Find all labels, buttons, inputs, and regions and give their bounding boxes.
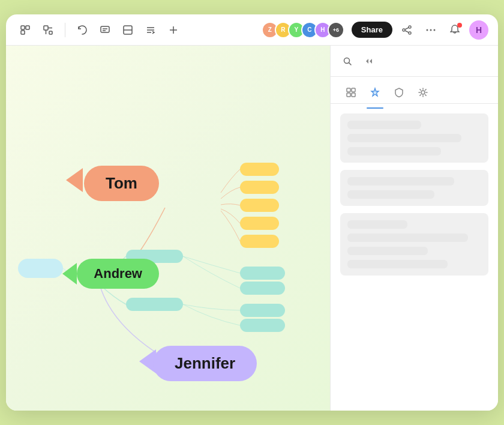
- toolbar-actions-group: [73, 20, 183, 40]
- user-avatar-H[interactable]: H: [469, 20, 488, 40]
- skeleton-line-3: [347, 147, 441, 155]
- svg-rect-28: [352, 88, 355, 92]
- svg-rect-4: [49, 31, 52, 34]
- svg-point-18: [403, 29, 405, 31]
- select-tool-button[interactable]: [38, 20, 58, 40]
- svg-rect-0: [21, 26, 25, 29]
- skeleton-line-4: [347, 177, 454, 185]
- toolbar-divider-1: [65, 23, 65, 37]
- andrew-node[interactable]: Andrew: [77, 259, 159, 289]
- notification-dot: [457, 23, 462, 28]
- andrew-arrow: [62, 263, 77, 285]
- svg-line-20: [405, 28, 409, 29]
- panel-expand-button[interactable]: [362, 54, 376, 68]
- undo-button[interactable]: [73, 20, 92, 40]
- collaborators-avatars: Z R Y C H +6: [262, 22, 344, 38]
- left-node[interactable]: [18, 259, 63, 278]
- skeleton-line-2: [347, 134, 461, 142]
- svg-rect-2: [21, 31, 25, 34]
- right-panel: [330, 46, 498, 411]
- panel-topbar: [331, 46, 498, 77]
- add-button[interactable]: [164, 20, 183, 40]
- notifications-button[interactable]: [445, 20, 464, 40]
- svg-rect-30: [352, 93, 355, 97]
- panel-search-button[interactable]: [338, 52, 357, 71]
- svg-rect-27: [347, 88, 350, 92]
- tab-layout[interactable]: [340, 82, 362, 103]
- tom-branch-4[interactable]: [240, 217, 279, 230]
- panel-content: [331, 104, 498, 411]
- toolbar-right: Z R Y C H +6 Share: [262, 20, 488, 40]
- more-options-button[interactable]: [421, 20, 440, 40]
- tom-arrow: [66, 168, 83, 192]
- svg-rect-1: [26, 26, 29, 29]
- skeleton-line-8: [347, 247, 428, 255]
- tom-branch-1[interactable]: [240, 163, 279, 176]
- svg-line-21: [405, 31, 409, 32]
- svg-point-17: [409, 26, 411, 28]
- panel-tabs: [331, 77, 498, 104]
- svg-line-26: [349, 62, 352, 65]
- teal-branch-5[interactable]: [240, 304, 285, 317]
- teal-branch-3[interactable]: [240, 282, 285, 295]
- teal-branch-4[interactable]: [126, 298, 183, 311]
- svg-point-31: [421, 91, 425, 94]
- panel-block-1: [340, 113, 488, 163]
- teal-branch-2[interactable]: [240, 267, 285, 280]
- list-button[interactable]: [141, 20, 160, 40]
- tom-node[interactable]: Tom: [84, 166, 159, 201]
- tom-branch-3[interactable]: [240, 199, 279, 212]
- tom-branch-5[interactable]: [240, 235, 279, 248]
- share-link-button[interactable]: [397, 20, 416, 40]
- tab-magic[interactable]: [364, 82, 386, 103]
- tom-branch-2[interactable]: [240, 181, 279, 194]
- andrew-container: Andrew: [62, 259, 159, 289]
- skeleton-line-7: [347, 234, 468, 242]
- svg-point-24: [434, 29, 436, 31]
- skeleton-line-9: [347, 260, 448, 268]
- frame-tool-button[interactable]: [16, 20, 35, 40]
- skeleton-line-5: [347, 190, 434, 199]
- comment-button[interactable]: [95, 20, 115, 40]
- svg-rect-7: [101, 26, 109, 32]
- shape-button[interactable]: [118, 20, 137, 40]
- tab-shield[interactable]: [388, 82, 410, 103]
- svg-point-22: [427, 29, 428, 31]
- jennifer-node[interactable]: Jennifer: [153, 346, 257, 381]
- skeleton-line-1: [347, 121, 421, 129]
- svg-rect-29: [347, 93, 350, 97]
- toolbar: Z R Y C H +6 Share: [6, 14, 498, 46]
- panel-block-2: [340, 170, 488, 206]
- teal-branch-6[interactable]: [240, 319, 285, 332]
- skeleton-line-6: [347, 220, 407, 229]
- panel-block-3: [340, 213, 488, 276]
- avatar-more: +6: [328, 22, 344, 38]
- main-content: Tom Jennifer: [6, 46, 498, 411]
- tab-settings[interactable]: [412, 82, 434, 103]
- svg-point-23: [430, 29, 432, 31]
- svg-rect-3: [44, 26, 48, 30]
- svg-point-19: [409, 32, 411, 34]
- toolbar-tools-group: [16, 20, 58, 40]
- app-container: Z R Y C H +6 Share: [6, 14, 498, 411]
- canvas-area[interactable]: Tom Jennifer: [6, 46, 330, 411]
- share-button[interactable]: Share: [352, 22, 392, 38]
